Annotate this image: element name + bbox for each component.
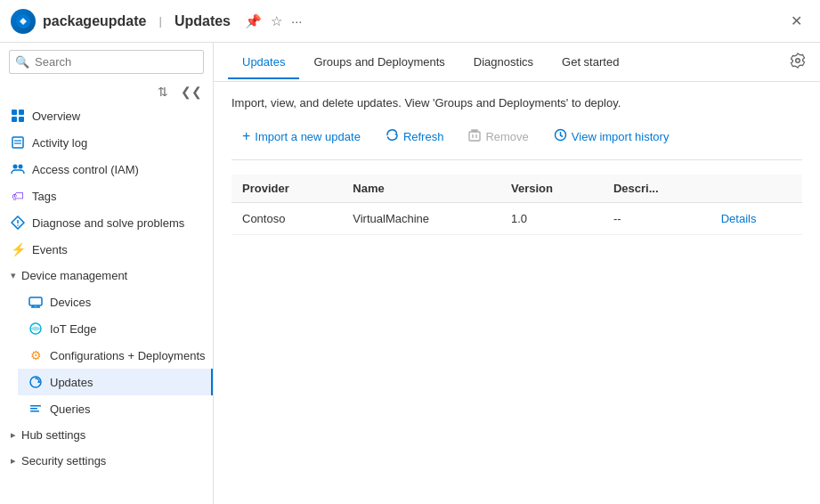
svg-rect-12 xyxy=(29,297,42,305)
cell-description: -- xyxy=(603,203,710,235)
device-management-subnav: Devices IoT Edge ⚙ Configurations + Depl… xyxy=(0,289,213,422)
page-name: Updates xyxy=(175,13,231,29)
sidebar-item-iot-edge[interactable]: IoT Edge xyxy=(18,315,213,342)
sidebar-section-device-management[interactable]: ▾ Device management xyxy=(0,263,213,289)
import-icon: + xyxy=(242,128,250,144)
view-history-button[interactable]: View import history xyxy=(543,124,680,149)
svg-rect-22 xyxy=(469,132,480,141)
sidebar: 🔍 ⇅ ❮❮ Overview Activity log xyxy=(0,43,214,504)
events-label: Events xyxy=(32,243,68,256)
sidebar-section-hub-settings[interactable]: ▸ Hub settings xyxy=(0,422,213,448)
import-update-button[interactable]: + Import a new update xyxy=(231,124,371,149)
cell-version: 1.0 xyxy=(500,203,603,235)
sidebar-item-activity-log[interactable]: Activity log xyxy=(0,129,213,156)
close-button[interactable]: ✕ xyxy=(783,9,809,33)
configurations-label: Configurations + Deployments xyxy=(50,349,206,362)
svg-rect-3 xyxy=(12,117,17,122)
main-layout: 🔍 ⇅ ❮❮ Overview Activity log xyxy=(0,43,820,504)
svg-rect-4 xyxy=(19,117,24,122)
sidebar-item-access-control[interactable]: Access control (IAM) xyxy=(0,156,213,183)
search-input[interactable] xyxy=(9,50,204,74)
tab-groups-deployments[interactable]: Groups and Deployments xyxy=(299,46,459,79)
sidebar-item-queries[interactable]: Queries xyxy=(18,395,213,422)
devices-icon xyxy=(28,295,43,309)
cell-name: VirtualMachine xyxy=(342,203,500,235)
svg-rect-5 xyxy=(12,137,23,148)
col-name: Name xyxy=(342,175,500,203)
history-icon xyxy=(554,128,567,144)
security-settings-label: Security settings xyxy=(21,454,106,467)
toolbar: + Import a new update Refresh Remove xyxy=(231,124,802,160)
svg-rect-20 xyxy=(30,408,37,410)
iot-edge-label: IoT Edge xyxy=(50,322,97,336)
sidebar-item-devices[interactable]: Devices xyxy=(18,289,213,315)
sidebar-section-security-settings[interactable]: ▸ Security settings xyxy=(0,448,213,474)
activity-log-label: Activity log xyxy=(32,136,87,150)
remove-button[interactable]: Remove xyxy=(458,125,539,149)
devices-label: Devices xyxy=(50,296,91,309)
device-management-label: Device management xyxy=(21,269,127,282)
details-link[interactable]: Details xyxy=(721,212,757,225)
configurations-icon: ⚙ xyxy=(28,348,43,362)
updates-table: Provider Name Version Descri... Contoso … xyxy=(231,175,802,235)
col-version: Version xyxy=(500,175,603,203)
access-control-label: Access control (IAM) xyxy=(32,163,139,176)
overview-label: Overview xyxy=(32,110,80,123)
activity-log-icon xyxy=(11,135,25,150)
tab-settings-button[interactable] xyxy=(790,53,806,72)
svg-point-9 xyxy=(19,165,23,169)
cell-provider: Contoso xyxy=(231,203,342,235)
remove-icon xyxy=(468,129,481,144)
events-icon: ⚡ xyxy=(11,242,25,256)
svg-rect-2 xyxy=(19,110,24,115)
sidebar-item-updates[interactable]: Updates xyxy=(18,369,213,395)
cell-details[interactable]: Details xyxy=(710,203,802,235)
diagnose-label: Diagnose and solve problems xyxy=(32,216,184,230)
queries-icon xyxy=(28,402,43,416)
security-settings-chevron: ▸ xyxy=(11,455,16,467)
col-description: Descri... xyxy=(603,175,710,203)
table-row: Contoso VirtualMachine 1.0 -- Details xyxy=(231,203,802,235)
sidebar-item-tags[interactable]: 🏷 Tags xyxy=(0,183,213,209)
title-actions[interactable]: 📌 ☆ ··· xyxy=(245,13,303,29)
tab-updates[interactable]: Updates xyxy=(228,46,299,79)
sort-button[interactable]: ⇅ xyxy=(154,83,172,101)
pin-icon[interactable]: 📌 xyxy=(245,13,262,29)
refresh-icon xyxy=(386,128,399,144)
tags-icon: 🏷 xyxy=(11,189,25,203)
more-icon[interactable]: ··· xyxy=(291,13,303,29)
svg-rect-1 xyxy=(12,110,17,115)
title-separator: | xyxy=(158,14,161,28)
updates-label: Updates xyxy=(50,376,93,389)
queries-label: Queries xyxy=(50,402,91,416)
sidebar-item-diagnose[interactable]: Diagnose and solve problems xyxy=(0,209,213,236)
resource-name: packageupdate xyxy=(43,13,146,29)
svg-rect-21 xyxy=(30,411,39,412)
tabs-bar: Updates Groups and Deployments Diagnosti… xyxy=(214,43,820,82)
overview-icon xyxy=(11,109,25,123)
col-actions xyxy=(710,175,802,203)
tab-get-started[interactable]: Get started xyxy=(548,46,633,79)
refresh-button[interactable]: Refresh xyxy=(375,124,455,149)
access-control-icon xyxy=(11,162,25,176)
title-bar: packageupdate | Updates 📌 ☆ ··· ✕ xyxy=(0,0,820,43)
col-provider: Provider xyxy=(231,175,342,203)
sidebar-item-overview[interactable]: Overview xyxy=(0,102,213,129)
sidebar-item-events[interactable]: ⚡ Events xyxy=(0,236,213,263)
sidebar-nav: Overview Activity log Access control (IA… xyxy=(0,102,213,504)
svg-rect-19 xyxy=(30,405,41,407)
app-icon xyxy=(11,9,36,34)
tab-diagnostics[interactable]: Diagnostics xyxy=(459,46,548,79)
favorite-icon[interactable]: ☆ xyxy=(271,13,282,29)
collapse-button[interactable]: ❮❮ xyxy=(177,83,206,101)
sidebar-item-configurations[interactable]: ⚙ Configurations + Deployments xyxy=(18,342,213,369)
search-icon: 🔍 xyxy=(15,55,29,69)
svg-point-8 xyxy=(13,165,18,169)
device-management-chevron: ▾ xyxy=(11,270,16,281)
hub-settings-label: Hub settings xyxy=(21,428,85,442)
hub-settings-chevron: ▸ xyxy=(11,429,16,441)
iot-edge-icon xyxy=(28,321,43,336)
sidebar-controls: ⇅ ❮❮ xyxy=(0,81,213,102)
content-area: Updates Groups and Deployments Diagnosti… xyxy=(214,43,820,504)
search-box: 🔍 xyxy=(9,50,204,74)
